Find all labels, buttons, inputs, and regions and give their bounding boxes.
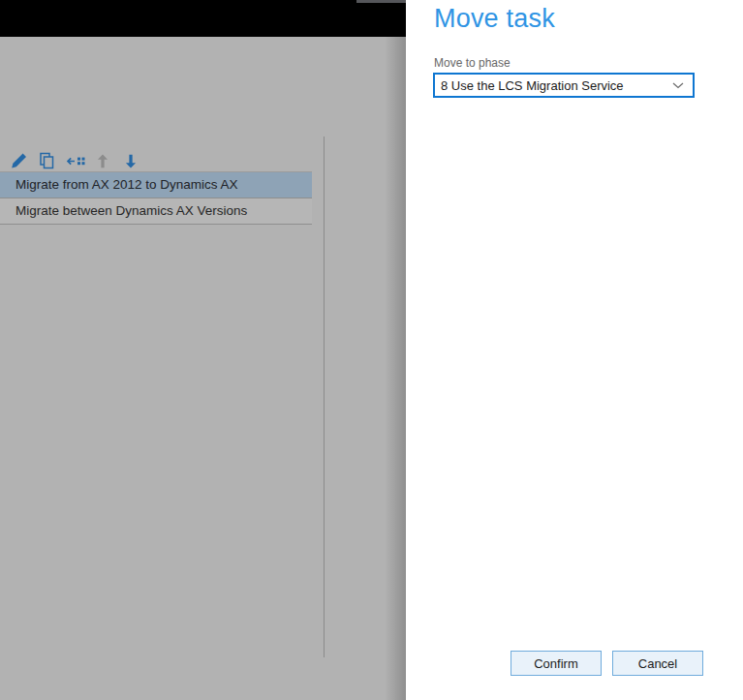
task-toolbar [8,147,148,174]
task-row-selected[interactable]: Migrate from AX 2012 to Dynamics AX [0,172,312,198]
top-gray-strip [356,0,406,3]
task-list: Migrate from AX 2012 to Dynamics AX Migr… [0,171,312,225]
cancel-button[interactable]: Cancel [612,651,703,676]
edit-icon [10,152,28,170]
move-up-button[interactable] [92,148,113,173]
move-to-phase-label: Move to phase [434,56,511,70]
top-black-bar [0,0,406,37]
left-panel: Migrate from AX 2012 to Dynamics AX Migr… [0,0,406,700]
move-down-icon [122,152,139,170]
move-left-button[interactable] [64,148,85,173]
confirm-button[interactable]: Confirm [511,651,602,676]
move-down-button[interactable] [120,148,141,173]
move-left-icon [65,156,85,167]
vertical-divider [324,137,325,657]
move-up-icon [94,152,111,170]
dialog-title: Move task [434,4,555,34]
move-task-dialog: Move task Move to phase 8 Use the LCS Mi… [406,0,743,700]
chevron-down-icon [672,82,684,89]
copy-icon [38,152,56,170]
copy-button[interactable] [36,148,57,173]
phase-dropdown-value: 8 Use the LCS Migration Service [435,78,672,93]
edit-button[interactable] [8,148,29,173]
task-row[interactable]: Migrate between Dynamics AX Versions [0,198,312,225]
panel-edge-shadow [385,37,406,700]
phase-dropdown[interactable]: 8 Use the LCS Migration Service [433,73,695,98]
